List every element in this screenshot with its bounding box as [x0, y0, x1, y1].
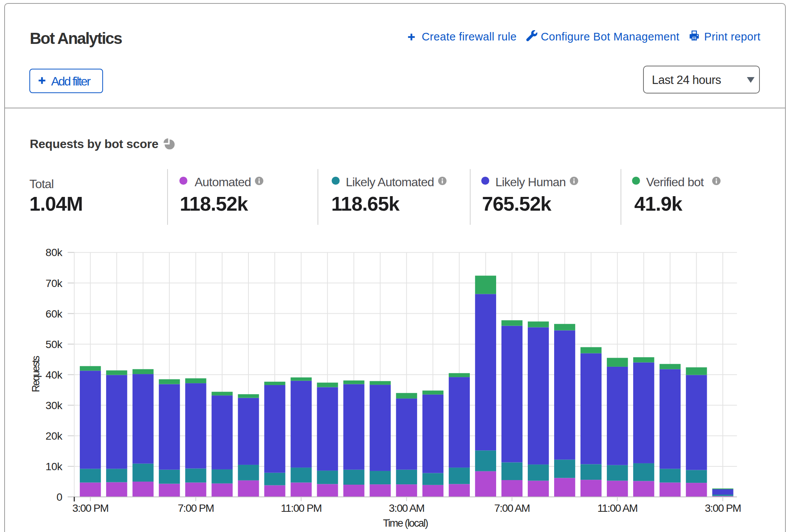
svg-text:80k: 80k — [45, 247, 63, 258]
svg-text:3:00 PM: 3:00 PM — [72, 502, 108, 514]
svg-text:Time (local): Time (local) — [383, 517, 428, 529]
svg-text:0: 0 — [56, 491, 62, 503]
svg-text:20k: 20k — [45, 430, 63, 442]
svg-text:Requests: Requests — [30, 356, 42, 392]
svg-text:70k: 70k — [45, 277, 63, 289]
svg-text:50k: 50k — [45, 339, 63, 350]
svg-text:60k: 60k — [45, 308, 63, 320]
svg-text:7:00 AM: 7:00 AM — [494, 502, 530, 514]
svg-text:30k: 30k — [45, 400, 63, 411]
svg-text:10k: 10k — [45, 461, 63, 472]
svg-text:11:00 AM: 11:00 AM — [597, 502, 637, 514]
svg-text:3:00 AM: 3:00 AM — [389, 502, 424, 514]
svg-text:7:00 PM: 7:00 PM — [178, 502, 214, 514]
svg-text:40k: 40k — [45, 369, 63, 381]
svg-text:3:00 PM: 3:00 PM — [705, 502, 741, 514]
svg-text:11:00 PM: 11:00 PM — [281, 502, 322, 514]
